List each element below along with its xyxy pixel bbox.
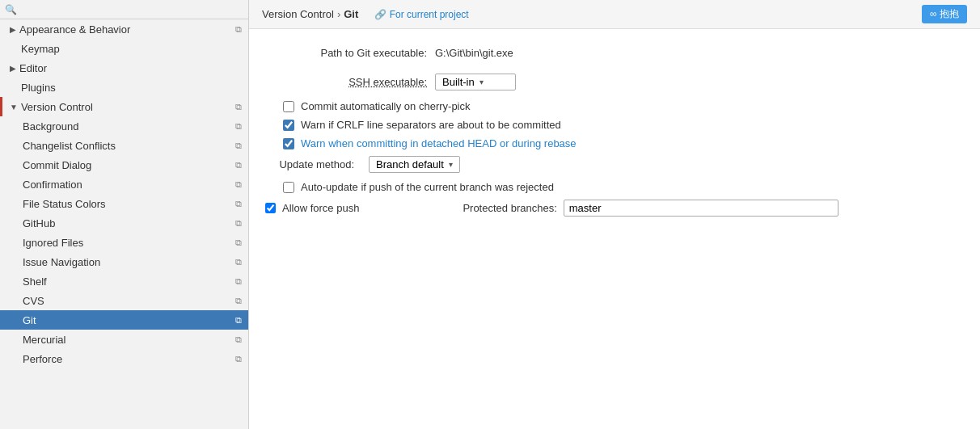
allow-force-checkbox[interactable] bbox=[265, 203, 276, 213]
copy-icon-file-status-colors: ⧉ bbox=[235, 199, 242, 209]
copy-icon-shelf: ⧉ bbox=[235, 276, 242, 287]
auto-commit-checkbox[interactable] bbox=[283, 101, 294, 112]
sidebar-item-label-shelf: Shelf bbox=[23, 275, 232, 288]
dropdown-arrow-icon: ▾ bbox=[479, 78, 484, 86]
sidebar-item-label-version-control: Version Control bbox=[21, 101, 232, 113]
update-method-value: Branch default bbox=[376, 158, 444, 170]
sidebar-item-label-issue-navigation: Issue Navigation bbox=[23, 256, 232, 268]
sidebar-item-label-confirmation: Confirmation bbox=[23, 179, 232, 191]
sidebar: 🔍 ▶Appearance & Behavior⧉Keymap▶EditorPl… bbox=[0, 0, 249, 429]
settings-content: Path to Git executable: G:\Git\bin\git.e… bbox=[249, 29, 980, 429]
sidebar-item-file-status-colors[interactable]: File Status Colors⧉ bbox=[0, 194, 248, 213]
sidebar-item-label-git: Git bbox=[23, 314, 232, 326]
appearance-behavior-arrow-icon: ▶ bbox=[10, 25, 16, 34]
sidebar-item-label-editor: Editor bbox=[19, 62, 242, 74]
sidebar-item-label-changelist-conflicts: Changelist Conflicts bbox=[23, 140, 232, 152]
sidebar-item-issue-navigation[interactable]: Issue Navigation⧉ bbox=[0, 252, 248, 271]
copy-icon-cvs: ⧉ bbox=[235, 296, 242, 306]
copy-icon-issue-navigation: ⧉ bbox=[235, 257, 242, 267]
sidebar-item-shelf[interactable]: Shelf⧉ bbox=[0, 271, 248, 291]
warn-detached-row: Warn when committing in detached HEAD or… bbox=[265, 137, 964, 149]
warn-crlf-checkbox[interactable] bbox=[283, 120, 294, 131]
update-method-dropdown[interactable]: Branch default ▾ bbox=[369, 156, 460, 173]
ssh-label: SSH executable: bbox=[265, 76, 435, 88]
copy-icon-git: ⧉ bbox=[235, 315, 242, 326]
warn-detached-label: Warn when committing in detached HEAD or… bbox=[301, 137, 577, 149]
sidebar-item-label-background: Background bbox=[23, 120, 232, 132]
sidebar-item-label-github: GitHub bbox=[23, 217, 232, 229]
sidebar-item-label-file-status-colors: File Status Colors bbox=[23, 198, 232, 210]
protected-branches-input[interactable] bbox=[564, 200, 838, 217]
copy-icon-background: ⧉ bbox=[235, 121, 242, 132]
path-value: G:\Git\bin\git.exe bbox=[435, 47, 513, 59]
sidebar-item-cvs[interactable]: CVS⧉ bbox=[0, 291, 248, 310]
main-panel: Version Control › Git 🔗 For current proj… bbox=[249, 0, 980, 429]
protected-branches-label: Protected branches: bbox=[463, 202, 556, 214]
sidebar-item-label-keymap: Keymap bbox=[21, 43, 242, 55]
auto-update-label: Auto-update if push of the current branc… bbox=[301, 181, 554, 193]
auto-commit-label: Commit automatically on cherry-pick bbox=[301, 100, 471, 112]
sidebar-item-label-commit-dialog: Commit Dialog bbox=[23, 159, 232, 171]
sidebar-item-label-mercurial: Mercurial bbox=[23, 334, 232, 346]
copy-icon-perforce: ⧉ bbox=[235, 354, 242, 364]
sidebar-item-changelist-conflicts[interactable]: Changelist Conflicts⧉ bbox=[0, 136, 248, 155]
warn-crlf-row: Warn if CRLF line separators are about t… bbox=[265, 119, 964, 131]
sidebar-item-label-ignored-files: Ignored Files bbox=[23, 237, 232, 249]
sidebar-item-confirmation[interactable]: Confirmation⧉ bbox=[0, 175, 248, 194]
sidebar-item-ignored-files[interactable]: Ignored Files⧉ bbox=[0, 233, 248, 252]
update-method-label: Update method: bbox=[265, 158, 362, 170]
copy-icon-version-control: ⧉ bbox=[235, 102, 242, 112]
sidebar-item-commit-dialog[interactable]: Commit Dialog⧉ bbox=[0, 155, 248, 175]
auto-commit-row: Commit automatically on cherry-pick bbox=[265, 100, 964, 112]
sidebar-item-github[interactable]: GitHub⧉ bbox=[0, 213, 248, 233]
copy-icon-mercurial: ⧉ bbox=[235, 334, 242, 345]
path-label: Path to Git executable: bbox=[265, 47, 435, 59]
auto-update-checkbox[interactable] bbox=[283, 182, 294, 193]
copy-icon-appearance-behavior: ⧉ bbox=[235, 24, 242, 35]
sidebar-item-label-perforce: Perforce bbox=[23, 353, 232, 365]
warn-crlf-label: Warn if CRLF line separators are about t… bbox=[301, 119, 561, 131]
sidebar-item-background[interactable]: Background⧉ bbox=[0, 116, 248, 136]
ssh-row: SSH executable: Built-in ▾ bbox=[265, 71, 964, 92]
version-control-arrow-icon: ▼ bbox=[10, 103, 18, 111]
search-icon: 🔍 bbox=[5, 4, 17, 15]
copy-icon-confirmation: ⧉ bbox=[235, 179, 242, 190]
sidebar-item-appearance-behavior[interactable]: ▶Appearance & Behavior⧉ bbox=[0, 19, 248, 39]
allow-force-label: Allow force push bbox=[282, 202, 359, 214]
auto-update-row: Auto-update if push of the current branc… bbox=[283, 181, 964, 193]
breadcrumb-root: Version Control bbox=[262, 8, 334, 20]
update-method-arrow-icon: ▾ bbox=[449, 160, 453, 169]
copy-icon-commit-dialog: ⧉ bbox=[235, 160, 242, 170]
sidebar-item-editor[interactable]: ▶Editor bbox=[0, 58, 248, 78]
editor-arrow-icon: ▶ bbox=[10, 64, 16, 73]
sidebar-item-label-appearance-behavior: Appearance & Behavior bbox=[19, 23, 232, 36]
path-row: Path to Git executable: G:\Git\bin\git.e… bbox=[265, 42, 964, 63]
copy-icon-changelist-conflicts: ⧉ bbox=[235, 141, 242, 151]
breadcrumb-bar: Version Control › Git 🔗 For current proj… bbox=[249, 0, 980, 29]
sidebar-item-plugins[interactable]: Plugins bbox=[0, 78, 248, 97]
breadcrumb-separator: › bbox=[337, 8, 340, 20]
copy-icon-github: ⧉ bbox=[235, 218, 242, 229]
sidebar-item-label-cvs: CVS bbox=[23, 295, 232, 307]
for-current-project-link[interactable]: 🔗 For current project bbox=[374, 9, 468, 20]
ssh-dropdown-value: Built-in bbox=[442, 76, 475, 88]
search-bar[interactable]: 🔍 bbox=[0, 0, 248, 19]
sidebar-item-version-control[interactable]: ▼Version Control⧉ bbox=[0, 97, 248, 116]
sidebar-item-label-plugins: Plugins bbox=[21, 82, 242, 94]
sidebar-item-mercurial[interactable]: Mercurial⧉ bbox=[0, 330, 248, 349]
sidebar-item-keymap[interactable]: Keymap bbox=[0, 39, 248, 58]
breadcrumb-current: Git bbox=[344, 8, 358, 20]
copy-icon-ignored-files: ⧉ bbox=[235, 238, 242, 248]
sidebar-item-git[interactable]: Git⧉ bbox=[0, 310, 248, 330]
allow-force-row: Allow force push Protected branches: bbox=[265, 200, 964, 217]
sidebar-item-perforce[interactable]: Perforce⧉ bbox=[0, 349, 248, 368]
breadcrumb: Version Control › Git 🔗 For current proj… bbox=[262, 8, 469, 20]
top-right-button[interactable]: ∞ 抱抱 bbox=[922, 5, 967, 23]
update-method-row: Update method: Branch default ▾ bbox=[265, 156, 964, 173]
ssh-dropdown[interactable]: Built-in ▾ bbox=[435, 74, 516, 90]
search-input[interactable] bbox=[20, 3, 243, 15]
warn-detached-checkbox[interactable] bbox=[283, 138, 294, 149]
